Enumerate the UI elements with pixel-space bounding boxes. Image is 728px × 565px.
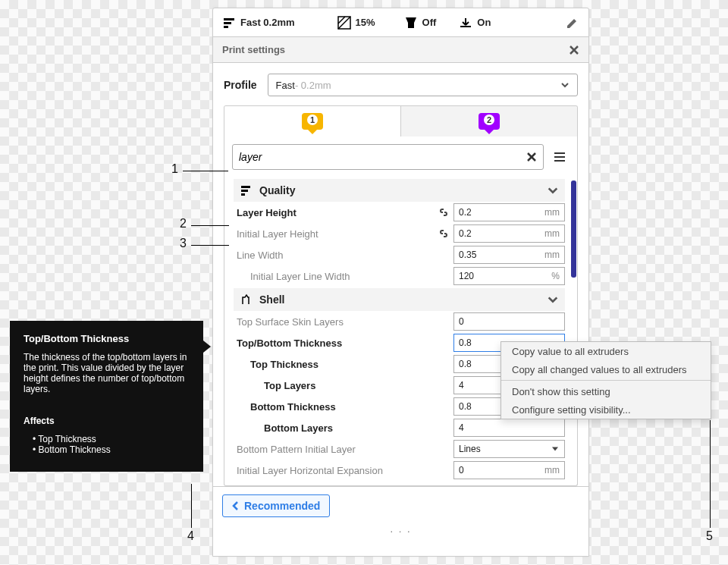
callout-4: 4 bbox=[187, 529, 194, 543]
ctx-configure-visibility[interactable]: Configure setting visibility... bbox=[501, 400, 711, 419]
adhesion-icon bbox=[459, 16, 472, 30]
svg-line-4 bbox=[338, 17, 350, 29]
tooltip-affects-item: Bottom Thickness bbox=[33, 444, 190, 455]
search-row bbox=[224, 137, 577, 177]
callout-line bbox=[710, 420, 711, 528]
quality-icon bbox=[240, 184, 252, 196]
setting-tooltip: Top/Bottom Thickness The thickness of th… bbox=[10, 321, 203, 472]
tooltip-body: The thickness of the top/bottom layers i… bbox=[24, 352, 190, 394]
setting-layer-height: Layer Height 0.2mm bbox=[234, 202, 565, 223]
panel-title: Print settings bbox=[222, 44, 285, 55]
setting-initial-horiz-expansion: Initial Layer Horizontal Expansion 0mm bbox=[234, 460, 565, 481]
ctx-copy-value[interactable]: Copy value to all extruders bbox=[501, 342, 711, 360]
setting-bottom-layers: Bottom Layers 4 bbox=[234, 417, 565, 438]
profile-select[interactable]: Fast - 0.2mm bbox=[268, 74, 578, 96]
bottom-pattern-initial-field[interactable]: Lines bbox=[453, 440, 565, 458]
callout-2: 2 bbox=[180, 217, 187, 231]
extruder-tab-1[interactable]: 1 bbox=[224, 106, 401, 137]
svg-rect-19 bbox=[241, 193, 245, 196]
tooltip-affects-item: Top Thickness bbox=[33, 434, 190, 444]
initial-line-width-field[interactable]: 120% bbox=[453, 267, 565, 285]
support-icon bbox=[404, 16, 418, 30]
search-input[interactable] bbox=[239, 151, 526, 163]
ctx-separator bbox=[501, 380, 711, 381]
drag-handle-icon[interactable]: . . . bbox=[222, 523, 579, 535]
callout-3: 3 bbox=[180, 237, 187, 250]
svg-rect-18 bbox=[241, 190, 248, 192]
profile-chunk[interactable]: Fast 0.2mm bbox=[222, 16, 295, 30]
profile-value: Fast bbox=[276, 80, 295, 91]
svg-rect-1 bbox=[224, 22, 231, 24]
recommended-button[interactable]: Recommended bbox=[222, 494, 330, 517]
close-icon[interactable] bbox=[569, 45, 579, 55]
settings-list: Quality Layer Height 0.2mm Initial Layer… bbox=[224, 179, 577, 485]
link-icon[interactable] bbox=[438, 228, 449, 239]
setting-line-width: Line Width 0.35mm bbox=[234, 244, 565, 265]
panel-footer: Recommended . . . bbox=[213, 486, 588, 556]
chevron-down-icon bbox=[547, 293, 559, 306]
extruder-marker-2: 2 bbox=[479, 113, 500, 130]
bottom-layers-field[interactable]: 4 bbox=[453, 419, 565, 437]
section-shell[interactable]: Shell bbox=[234, 288, 565, 311]
status-strip: Fast 0.2mm 15% Off On bbox=[213, 8, 588, 37]
context-menu: Copy value to all extruders Copy all cha… bbox=[500, 341, 711, 419]
infill-chunk[interactable]: 15% bbox=[337, 16, 375, 30]
callout-5: 5 bbox=[706, 529, 713, 543]
scrollbar[interactable] bbox=[571, 180, 575, 484]
svg-rect-2 bbox=[224, 26, 228, 28]
ctx-copy-all[interactable]: Copy all changed values to all extruders bbox=[501, 360, 711, 378]
search-box[interactable] bbox=[232, 144, 544, 170]
edit-icon[interactable] bbox=[566, 16, 579, 30]
callout-line bbox=[191, 225, 229, 226]
svg-rect-17 bbox=[241, 186, 250, 188]
section-quality[interactable]: Quality bbox=[234, 179, 565, 202]
ctx-hide-setting[interactable]: Don't show this setting bbox=[501, 382, 711, 400]
scrollbar-thumb[interactable] bbox=[571, 180, 576, 278]
chevron-left-icon bbox=[232, 501, 240, 510]
infill-text: 15% bbox=[356, 17, 375, 28]
print-settings-panel: Fast 0.2mm 15% Off On Print settings Pro… bbox=[212, 8, 589, 557]
link-icon[interactable] bbox=[438, 207, 449, 218]
chevron-down-icon bbox=[547, 184, 559, 196]
line-width-field[interactable]: 0.35mm bbox=[453, 246, 565, 264]
callout-line bbox=[183, 171, 228, 171]
setting-bottom-pattern-initial: Bottom Pattern Initial Layer Lines bbox=[234, 438, 565, 460]
extruder-tabs: 1 2 bbox=[224, 105, 578, 137]
section-title: Shell bbox=[259, 293, 284, 306]
callout-line bbox=[191, 245, 229, 246]
profile-text: Fast 0.2mm bbox=[240, 17, 295, 28]
profile-label: Profile bbox=[224, 79, 257, 91]
support-chunk[interactable]: Off bbox=[404, 16, 437, 30]
tooltip-title: Top/Bottom Thickness bbox=[24, 333, 190, 344]
adhesion-chunk[interactable]: On bbox=[459, 16, 491, 30]
profile-suffix: - 0.2mm bbox=[295, 80, 331, 91]
section-title: Quality bbox=[259, 184, 295, 196]
infill-icon bbox=[337, 16, 351, 30]
shell-icon bbox=[240, 293, 252, 306]
initial-horiz-expansion-field[interactable]: 0mm bbox=[453, 461, 565, 479]
extruder-tab-2[interactable]: 2 bbox=[401, 106, 577, 137]
extruder-marker-1: 1 bbox=[302, 113, 323, 130]
callout-line bbox=[191, 484, 192, 528]
callout-1: 1 bbox=[171, 162, 178, 176]
tooltip-affects-heading: Affects bbox=[24, 416, 190, 426]
layers-icon bbox=[222, 16, 236, 30]
settings-visibility-icon[interactable] bbox=[550, 144, 570, 170]
svg-rect-0 bbox=[224, 18, 234, 20]
layer-height-field[interactable]: 0.2mm bbox=[453, 203, 565, 221]
setting-top-surface-skin: Top Surface Skin Layers 0 bbox=[234, 311, 565, 332]
support-text: Off bbox=[422, 17, 437, 28]
panel-header: Print settings bbox=[213, 37, 588, 63]
top-surface-skin-field[interactable]: 0 bbox=[453, 312, 565, 331]
clear-search-icon[interactable] bbox=[526, 152, 537, 162]
adhesion-text: On bbox=[477, 17, 491, 28]
profile-row: Profile Fast - 0.2mm bbox=[224, 74, 578, 96]
initial-layer-height-field[interactable]: 0.2mm bbox=[453, 224, 565, 243]
setting-initial-layer-height: Initial Layer Height 0.2mm bbox=[234, 223, 565, 244]
tooltip-affects-list: Top Thickness Bottom Thickness bbox=[24, 434, 190, 455]
setting-initial-line-width: Initial Layer Line Width 120% bbox=[234, 265, 565, 287]
chevron-down-icon bbox=[560, 80, 570, 89]
